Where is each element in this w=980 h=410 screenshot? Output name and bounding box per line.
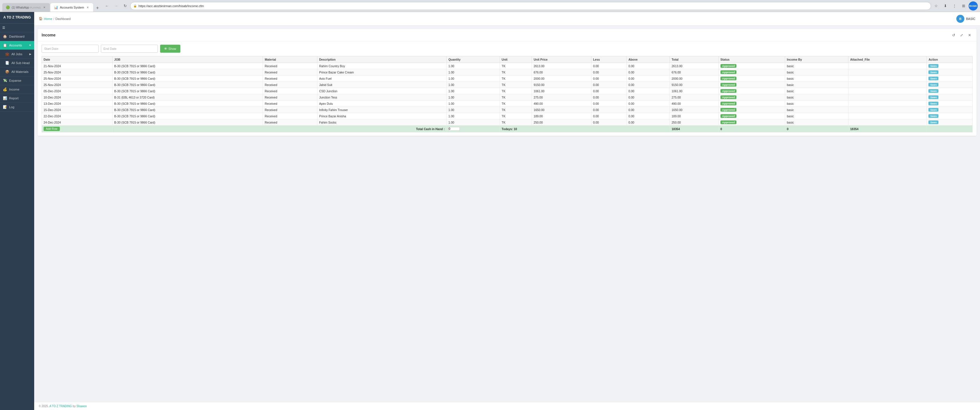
user-name: BASIC <box>966 17 975 21</box>
cell-action[interactable]: Seen <box>927 100 973 107</box>
action-seen-button[interactable]: Seen <box>928 108 939 111</box>
action-seen-button[interactable]: Seen <box>928 121 939 124</box>
cell-action[interactable]: Seen <box>927 113 973 119</box>
lock-icon: 🔒 <box>133 4 137 7</box>
panel-close-button[interactable]: ✕ <box>966 32 973 38</box>
cell-description: Junction Tess <box>317 94 447 100</box>
add-row-button[interactable]: Add Row <box>44 127 60 131</box>
tab-whatsapp-close[interactable]: ✕ <box>43 5 46 10</box>
action-seen-button[interactable]: Seen <box>928 83 939 87</box>
status-badge: Approved <box>721 114 737 118</box>
panel-refresh-button[interactable]: ↺ <box>950 32 957 38</box>
author-link[interactable]: Shawon <box>76 405 87 408</box>
user-avatar: B <box>956 15 964 23</box>
sidebar-toggle[interactable]: ☰ <box>0 24 34 32</box>
income-icon: 💰 <box>3 87 7 91</box>
cell-status: Approved <box>719 88 785 94</box>
company-link[interactable]: A TO Z TRADING <box>49 405 72 408</box>
cell-action[interactable]: Seen <box>927 119 973 126</box>
breadcrumb-home-link[interactable]: Home <box>44 17 52 21</box>
footer-input-cell[interactable] <box>446 126 500 132</box>
cell-date: 05-Dec-2024 <box>42 88 113 94</box>
action-seen-button[interactable]: Seen <box>928 76 939 80</box>
cell-quantity: 1.00 <box>446 113 500 119</box>
cell-material: Received <box>263 69 317 75</box>
action-seen-button[interactable]: Seen <box>928 64 939 68</box>
sidebar-item-all-materials[interactable]: 📦 All Materials <box>0 67 34 76</box>
sidebar-item-income[interactable]: 💰 Income <box>0 85 34 94</box>
end-date-input[interactable] <box>101 45 158 52</box>
cell-income-by: basic <box>785 119 848 126</box>
table-row: 22-Dec-2024 B-30 (SCB 7915 or 9866 Card)… <box>42 113 973 119</box>
cell-above: 0.00 <box>627 75 670 82</box>
tab-accounts[interactable]: 📊 Accounts System ✕ <box>51 3 93 12</box>
cell-job: B-30 (SCB 7915 or 9866 Card) <box>112 75 262 82</box>
cell-unit: TK <box>500 63 531 69</box>
tab-accounts-close[interactable]: ✕ <box>86 5 90 10</box>
new-tab-button[interactable]: + <box>94 4 101 12</box>
add-row-cell[interactable]: Add Row <box>42 126 113 132</box>
table-head: Date JOB Material Description Quantity U… <box>42 56 973 63</box>
sidebar-item-all-sub-head[interactable]: 📑 All Sub Head <box>0 59 34 67</box>
sidebar-item-report[interactable]: 📊 Report <box>0 94 34 103</box>
cell-unit: TK <box>500 100 531 107</box>
reload-button[interactable]: ↻ <box>121 2 129 10</box>
sidebar-item-dashboard[interactable]: 🏠 Dashboard <box>0 32 34 41</box>
back-button[interactable]: ← <box>103 2 111 10</box>
show-button[interactable]: 👁 Show <box>160 45 180 52</box>
cell-action[interactable]: Seen <box>927 94 973 100</box>
cell-job: B-30 (SCB 7915 or 9866 Card) <box>112 63 262 69</box>
cash-input[interactable] <box>449 127 460 131</box>
app-footer: © 2025. A TO Z TRADING by Shawon <box>34 402 980 410</box>
tab-whatsapp[interactable]: 🟢 (1) WhatsApp PLAYING ✕ <box>2 3 50 12</box>
cell-date: 24-Dec-2024 <box>42 119 113 126</box>
cell-description: CSD Junction <box>317 88 447 94</box>
cell-description: Apex Dulu <box>317 100 447 107</box>
action-seen-button[interactable]: Seen <box>928 89 939 93</box>
sidebar-item-accounts[interactable]: 📋 Accounts ▼ <box>0 41 34 50</box>
cell-above: 0.00 <box>627 88 670 94</box>
action-seen-button[interactable]: Seen <box>928 70 939 74</box>
cell-action[interactable]: Seen <box>927 88 973 94</box>
sidebar: A TO Z TRADING ☰ 🏠 Dashboard 📋 Accounts … <box>0 12 34 410</box>
panel-body: 👁 Show Date JOB Material <box>38 41 977 136</box>
download-button[interactable]: ⬇ <box>941 2 949 10</box>
action-seen-button[interactable]: Seen <box>928 114 939 118</box>
panel-expand-button[interactable]: ⤢ <box>958 32 965 38</box>
address-bar[interactable]: 🔒 https://acc.atozbinirman.com/hisab/Inc… <box>130 2 931 10</box>
all-materials-icon: 📦 <box>5 70 10 74</box>
cell-action[interactable]: Seen <box>927 107 973 113</box>
all-jobs-arrow: ▶ <box>29 52 31 56</box>
cell-action[interactable]: Seen <box>927 63 973 69</box>
browser-nav: ← → ↻ 🔒 https://acc.atozbinirman.com/his… <box>103 0 978 12</box>
cell-description: Fahim Socks <box>317 119 447 126</box>
cell-date: 21-Nov-2024 <box>42 63 113 69</box>
profile-button[interactable]: BASIC <box>969 2 978 11</box>
menu-button[interactable]: ⊞ <box>959 2 967 10</box>
cell-action[interactable]: Seen <box>927 75 973 82</box>
sidebar-item-expanse[interactable]: 💸 Expanse <box>0 76 34 85</box>
dashboard-icon: 🏠 <box>3 35 7 38</box>
cell-action[interactable]: Seen <box>927 82 973 88</box>
income-panel: Income ↺ ⤢ ✕ 👁 Show <box>38 29 977 136</box>
table-row: 21-Nov-2024 B-30 (SCB 7915 or 9866 Card)… <box>42 63 973 69</box>
col-description: Description <box>317 56 447 63</box>
sidebar-all-jobs-label: All Jobs <box>11 52 28 56</box>
star-button[interactable]: ☆ <box>932 2 940 10</box>
sidebar-item-all-jobs[interactable]: 💼 All Jobs ▶ <box>0 50 34 59</box>
cell-above: 0.00 <box>627 107 670 113</box>
cell-job: B-30 (SCB 7915 or 9866 Card) <box>112 100 262 107</box>
cell-action[interactable]: Seen <box>927 69 973 75</box>
action-seen-button[interactable]: Seen <box>928 95 939 99</box>
sidebar-item-log[interactable]: 📝 Log <box>0 103 34 111</box>
panel-header: Income ↺ ⤢ ✕ <box>38 29 977 41</box>
action-seen-button[interactable]: Seen <box>928 102 939 105</box>
settings-button[interactable]: ⋮ <box>950 2 958 10</box>
cell-unit-price: 189.00 <box>532 113 592 119</box>
breadcrumb-separator: / <box>53 17 54 21</box>
forward-button[interactable]: → <box>112 2 120 10</box>
accounts-favicon: 📊 <box>54 5 58 10</box>
cell-status: Approved <box>719 107 785 113</box>
start-date-input[interactable] <box>41 45 99 52</box>
cell-less: 0.00 <box>591 63 627 69</box>
